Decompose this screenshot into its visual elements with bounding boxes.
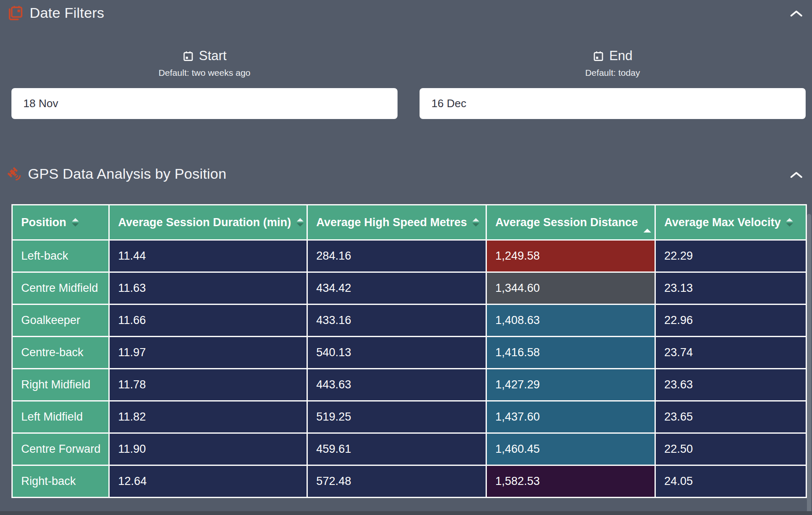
distance-cell: 1,408.63: [486, 305, 655, 337]
gps-table: PositionAverage Session Duration (min)Av…: [11, 204, 807, 498]
duration-cell: 11.97: [109, 337, 307, 369]
date-filters-body: Start Default: two weeks ago End Default…: [0, 47, 812, 119]
bottom-strip: [0, 511, 812, 515]
max-velocity-cell: 23.74: [655, 337, 806, 369]
column-label: Average Session Distance: [495, 216, 638, 229]
sort-icon: [786, 218, 793, 227]
gps-table-header-row: PositionAverage Session Duration (min)Av…: [12, 205, 806, 240]
max-velocity-cell: 22.29: [655, 240, 806, 272]
column-header-position[interactable]: Position: [12, 205, 109, 240]
max-velocity-cell: 23.63: [655, 369, 806, 401]
high-speed-cell: 284.16: [307, 240, 486, 272]
chevron-up-icon[interactable]: [789, 9, 804, 18]
duration-cell: 11.66: [109, 305, 307, 337]
high-speed-cell: 540.13: [307, 337, 486, 369]
scrollbar-thumb[interactable]: [807, 214, 811, 515]
column-label: Average High Speed Metres: [316, 216, 467, 229]
calendar-icon: [593, 50, 604, 62]
distance-cell: 1,582.53: [486, 465, 655, 498]
column-header-average-session-duration-min[interactable]: Average Session Duration (min): [109, 205, 307, 240]
duration-cell: 12.64: [109, 465, 307, 498]
chevron-up-icon[interactable]: [789, 171, 804, 179]
column-header-average-session-distance[interactable]: Average Session Distance: [486, 205, 655, 240]
gps-section-header: GPS Data Analysis by Position: [0, 161, 812, 182]
high-speed-cell: 443.63: [307, 369, 486, 401]
column-label: Average Session Duration (min): [118, 216, 291, 229]
date-filters-section-header: Date Filters: [0, 0, 812, 21]
duration-cell: 11.78: [109, 369, 307, 401]
max-velocity-cell: 23.13: [655, 272, 806, 305]
duration-cell: 11.90: [109, 433, 307, 465]
position-cell: Left-back: [12, 240, 109, 272]
max-velocity-cell: 24.05: [655, 465, 806, 498]
sort-icon: [472, 218, 479, 227]
position-cell: Right-back: [12, 465, 109, 498]
table-row: Left Midfield11.82519.251,437.6023.65: [12, 401, 806, 433]
date-filters-title: Date Filters: [30, 5, 104, 21]
high-speed-cell: 572.48: [307, 465, 486, 498]
column-label: Average Max Velocity: [664, 216, 781, 229]
position-cell: Right Midfield: [12, 369, 109, 401]
position-cell: Centre Forward: [12, 433, 109, 465]
duration-cell: 11.44: [109, 240, 307, 272]
max-velocity-cell: 22.96: [655, 305, 806, 337]
sort-ascending-icon: [644, 216, 651, 229]
table-row: Left-back11.44284.161,249.5822.29: [12, 240, 806, 272]
distance-cell: 1,427.29: [486, 369, 655, 401]
position-cell: Centre Midfield: [12, 272, 109, 305]
distance-cell: 1,249.58: [486, 240, 655, 272]
position-cell: Goalkeeper: [12, 305, 109, 337]
table-row: Centre Forward11.90459.611,460.4522.50: [12, 433, 806, 465]
high-speed-cell: 519.25: [307, 401, 486, 433]
start-hint: Default: two weeks ago: [11, 68, 398, 78]
gps-section-title: GPS Data Analysis by Position: [28, 166, 226, 182]
column-label: Position: [21, 216, 66, 229]
column-header-average-max-velocity[interactable]: Average Max Velocity: [655, 205, 806, 240]
table-row: Right-back12.64572.481,582.5324.05: [12, 465, 806, 498]
end-date-input[interactable]: [420, 88, 806, 119]
high-speed-cell: 433.16: [307, 305, 486, 337]
end-filter: End Default: today: [420, 47, 806, 119]
table-row: Centre Midfield11.63434.421,344.6023.13: [12, 272, 806, 305]
high-speed-cell: 434.42: [307, 272, 486, 305]
column-header-average-high-speed-metres[interactable]: Average High Speed Metres: [307, 205, 486, 240]
start-date-input[interactable]: [11, 88, 398, 119]
table-row: Centre-back11.97540.131,416.5823.74: [12, 337, 806, 369]
sort-icon: [72, 218, 79, 227]
max-velocity-cell: 22.50: [655, 433, 806, 465]
distance-cell: 1,416.58: [486, 337, 655, 369]
duration-cell: 11.63: [109, 272, 307, 305]
duration-cell: 11.82: [109, 401, 307, 433]
high-speed-cell: 459.61: [307, 433, 486, 465]
distance-cell: 1,344.60: [486, 272, 655, 305]
calendar-icon: [182, 50, 194, 62]
distance-cell: 1,460.45: [486, 433, 655, 465]
position-cell: Left Midfield: [12, 401, 109, 433]
end-hint: Default: today: [420, 68, 806, 78]
start-filter: Start Default: two weeks ago: [11, 47, 398, 119]
calendar-multiple-icon: [7, 4, 24, 21]
satellite-icon: [7, 166, 22, 182]
start-label: Start: [199, 48, 226, 64]
gps-table-body: Left-back11.44284.161,249.5822.29Centre …: [12, 240, 806, 498]
table-row: Right Midfield11.78443.631,427.2923.63: [12, 369, 806, 401]
distance-cell: 1,437.60: [486, 401, 655, 433]
end-label: End: [609, 48, 632, 64]
position-cell: Centre-back: [12, 337, 109, 369]
table-row: Goalkeeper11.66433.161,408.6322.96: [12, 305, 806, 337]
sort-icon: [297, 218, 304, 227]
max-velocity-cell: 23.65: [655, 401, 806, 433]
